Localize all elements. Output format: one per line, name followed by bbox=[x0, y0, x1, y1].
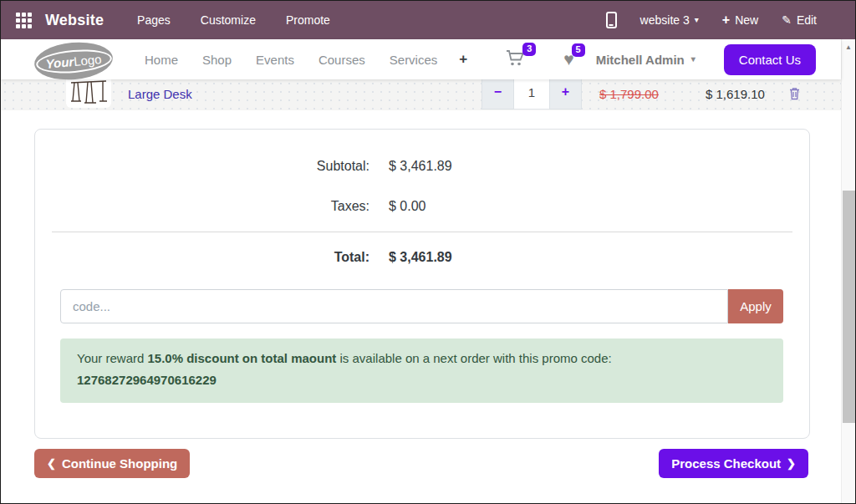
trash-icon bbox=[789, 87, 800, 100]
nav-events[interactable]: Events bbox=[256, 53, 294, 67]
menu-promote[interactable]: Promote bbox=[286, 13, 330, 27]
process-checkout-button[interactable]: Process Checkout ❯ bbox=[659, 449, 808, 478]
new-button[interactable]: + New bbox=[722, 13, 758, 28]
chevron-right-icon: ❯ bbox=[787, 458, 796, 469]
chevron-down-icon: ▾ bbox=[695, 16, 699, 24]
promo-code-form: Apply bbox=[60, 289, 783, 323]
taxes-row: Taxes: $ 0.00 bbox=[35, 186, 809, 227]
quantity-input[interactable] bbox=[514, 79, 549, 109]
contact-us-button[interactable]: Contact Us bbox=[724, 44, 816, 75]
desk-image bbox=[66, 79, 111, 108]
site-logo[interactable]: YourLogo bbox=[33, 39, 114, 83]
mobile-preview-icon[interactable] bbox=[606, 12, 617, 28]
logo-text: Your bbox=[45, 54, 74, 71]
scrollbar-thumb[interactable] bbox=[843, 191, 855, 423]
topbar-menu: Pages Customize Promote bbox=[137, 13, 330, 27]
pencil-icon: ✎ bbox=[782, 13, 792, 27]
total-row: Total: $ 3,461.89 bbox=[35, 237, 809, 277]
menu-pages[interactable]: Pages bbox=[137, 13, 171, 27]
product-name-link[interactable]: Large Desk bbox=[128, 79, 192, 109]
promo-code-value: 12768272964970616229 bbox=[77, 369, 767, 391]
cart-summary-card: Subtotal: $ 3,461.89 Taxes: $ 0.00 Total… bbox=[34, 129, 810, 439]
apply-promo-button[interactable]: Apply bbox=[728, 289, 783, 323]
order-totals: Subtotal: $ 3,461.89 Taxes: $ 0.00 Total… bbox=[35, 146, 809, 277]
total-value: $ 3,461.89 bbox=[389, 250, 452, 265]
site-nav-links: Home Shop Events Courses Services bbox=[145, 53, 437, 67]
nav-shop[interactable]: Shop bbox=[202, 53, 232, 67]
taxes-label: Taxes: bbox=[35, 199, 369, 214]
original-price: $ 1,799.00 bbox=[599, 79, 659, 109]
quantity-decrease-button[interactable]: − bbox=[482, 79, 514, 109]
taxes-value: $ 0.00 bbox=[389, 199, 425, 214]
subtotal-label: Subtotal: bbox=[35, 159, 369, 174]
discounted-price: $ 1,619.10 bbox=[706, 79, 765, 109]
nav-services[interactable]: Services bbox=[390, 53, 438, 67]
website-selector[interactable]: website 3 ▾ bbox=[640, 13, 699, 27]
browser-viewport: Website Pages Customize Promote website … bbox=[0, 0, 856, 504]
wishlist-count-badge: 5 bbox=[572, 43, 585, 57]
cart-button[interactable]: 3 bbox=[506, 49, 525, 70]
nav-home[interactable]: Home bbox=[145, 53, 178, 67]
edit-button[interactable]: ✎ Edit bbox=[782, 13, 817, 27]
quantity-stepper: − + bbox=[482, 79, 582, 109]
vertical-scrollbar[interactable]: ▲ bbox=[841, 39, 855, 503]
promo-code-input[interactable] bbox=[60, 289, 728, 323]
site-navbar: YourLogo Home Shop Events Courses Servic… bbox=[1, 39, 841, 79]
app-title[interactable]: Website bbox=[45, 12, 104, 29]
nav-courses[interactable]: Courses bbox=[318, 53, 365, 67]
chevron-down-icon: ▾ bbox=[691, 55, 696, 64]
reward-alert: Your reward 15.0% discount on total maou… bbox=[60, 339, 783, 403]
scroll-up-arrow[interactable]: ▲ bbox=[842, 39, 855, 51]
wishlist-button[interactable]: ♥ 5 bbox=[563, 50, 573, 69]
totals-divider bbox=[52, 232, 792, 232]
reward-discount: 15.0% discount on total maount bbox=[148, 351, 337, 365]
menu-customize[interactable]: Customize bbox=[201, 13, 256, 27]
cart-count-badge: 3 bbox=[522, 43, 536, 56]
product-thumbnail[interactable] bbox=[66, 79, 111, 108]
chevron-left-icon: ❮ bbox=[47, 458, 56, 469]
plus-icon: + bbox=[722, 13, 730, 28]
admin-topbar: Website Pages Customize Promote website … bbox=[1, 1, 855, 39]
reward-text-suffix: is available on a next order with this p… bbox=[340, 351, 612, 365]
remove-line-button[interactable] bbox=[789, 87, 800, 103]
continue-shopping-button[interactable]: ❮ Continue Shopping bbox=[34, 449, 190, 478]
add-menu-icon[interactable]: + bbox=[459, 51, 467, 68]
topbar-right: website 3 ▾ + New ✎ Edit bbox=[606, 12, 840, 28]
user-name: Mitchell Admin bbox=[596, 53, 685, 67]
subtotal-value: $ 3,461.89 bbox=[389, 159, 452, 174]
quantity-increase-button[interactable]: + bbox=[549, 79, 582, 109]
user-menu[interactable]: Mitchell Admin ▾ bbox=[596, 53, 696, 67]
total-label: Total: bbox=[35, 250, 369, 265]
reward-text: Your reward bbox=[77, 351, 144, 365]
apps-grid-icon[interactable] bbox=[16, 13, 32, 28]
cart-line-row: Large Desk − + $ 1,799.00 $ 1,619.10 bbox=[1, 79, 841, 110]
subtotal-row: Subtotal: $ 3,461.89 bbox=[35, 146, 809, 186]
